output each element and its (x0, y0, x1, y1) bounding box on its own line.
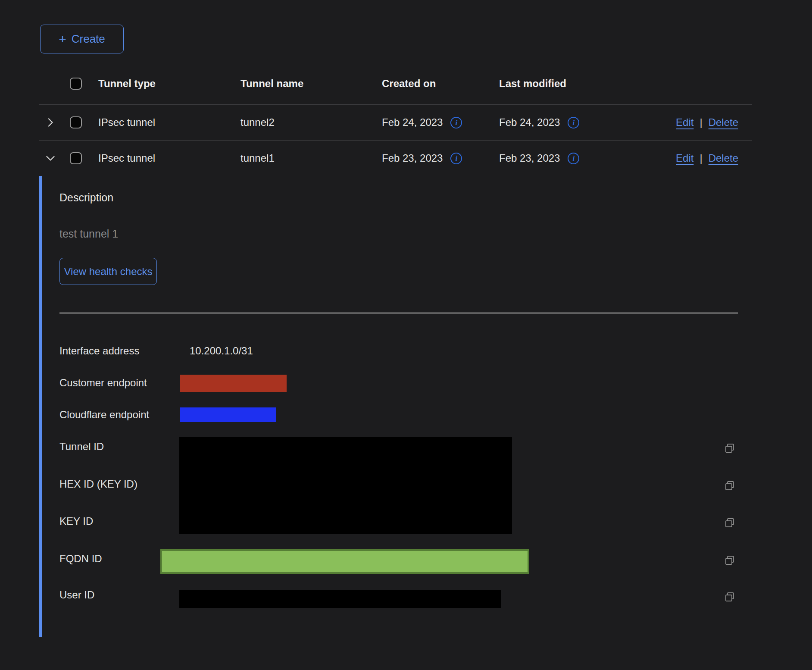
interface-address-label: Interface address (59, 345, 139, 357)
delete-link[interactable]: Delete (709, 152, 738, 164)
ids-redacted-value (179, 437, 512, 534)
info-icon[interactable] (568, 117, 579, 128)
hex-id-label: HEX ID (KEY ID) (59, 478, 137, 490)
header-last-modified: Last modified (499, 63, 566, 104)
edit-link[interactable]: Edit (676, 152, 693, 164)
create-button-label: Create (72, 32, 105, 46)
tunnel-name-cell: tunnel1 (240, 141, 275, 176)
copy-user-id-button[interactable] (723, 590, 737, 604)
copy-hex-id-button[interactable] (723, 479, 737, 493)
info-icon[interactable] (450, 117, 462, 128)
edit-link[interactable]: Edit (676, 116, 693, 128)
cloudflare-endpoint-label: Cloudflare endpoint (59, 409, 149, 421)
cloudflare-endpoint-redacted-value (180, 407, 276, 422)
user-id-label: User ID (59, 589, 94, 601)
header-created-on: Created on (382, 63, 436, 104)
copy-key-id-button[interactable] (723, 516, 737, 530)
last-modified-cell: Feb 24, 2023 (499, 116, 560, 128)
key-id-label: KEY ID (59, 515, 93, 527)
tunnel-name-cell: tunnel2 (240, 105, 275, 140)
action-separator: | (700, 152, 702, 164)
table-row: IPsec tunnel tunnel2 Feb 24, 2023 Feb 24… (39, 105, 752, 141)
collapse-chevron-down-icon[interactable] (43, 141, 58, 176)
customer-endpoint-redacted-value (180, 375, 287, 392)
copy-tunnel-id-button[interactable] (723, 441, 737, 455)
row-checkbox[interactable] (70, 152, 82, 164)
info-icon[interactable] (568, 153, 579, 164)
table-header-row: Tunnel type Tunnel name Created on Last … (39, 63, 752, 105)
description-value: test tunnel 1 (59, 228, 118, 240)
tunnel-detail-panel: Description test tunnel 1 View health ch… (39, 176, 752, 637)
customer-endpoint-label: Customer endpoint (59, 377, 147, 389)
info-icon[interactable] (450, 153, 462, 164)
tunnel-id-label: Tunnel ID (59, 441, 104, 453)
delete-link[interactable]: Delete (709, 116, 738, 128)
tunnel-type-cell: IPsec tunnel (98, 105, 155, 140)
plus-icon: + (59, 33, 66, 46)
interface-address-value: 10.200.1.0/31 (190, 345, 253, 357)
action-separator: | (700, 116, 702, 128)
copy-fqdn-id-button[interactable] (723, 554, 737, 567)
header-tunnel-name: Tunnel name (240, 63, 303, 104)
create-button[interactable]: + Create (40, 25, 124, 53)
view-health-checks-button[interactable]: View health checks (59, 258, 157, 285)
created-on-cell: Feb 23, 2023 (382, 152, 443, 164)
divider (59, 313, 738, 313)
fqdn-id-label: FQDN ID (59, 553, 102, 565)
fqdn-id-redacted-value (160, 549, 529, 574)
tunnel-type-cell: IPsec tunnel (98, 141, 155, 176)
table-row: IPsec tunnel tunnel1 Feb 23, 2023 Feb 23… (39, 141, 752, 176)
last-modified-cell: Feb 23, 2023 (499, 152, 560, 164)
tunnels-page: { "colors": { "background": "#1c1c1e", "… (0, 0, 812, 670)
user-id-redacted-value (179, 590, 501, 608)
header-tunnel-type: Tunnel type (98, 63, 156, 104)
created-on-cell: Feb 24, 2023 (382, 116, 443, 128)
row-checkbox[interactable] (70, 116, 82, 128)
expand-chevron-right-icon[interactable] (43, 105, 58, 140)
select-all-checkbox[interactable] (70, 78, 82, 90)
description-label: Description (59, 191, 113, 204)
